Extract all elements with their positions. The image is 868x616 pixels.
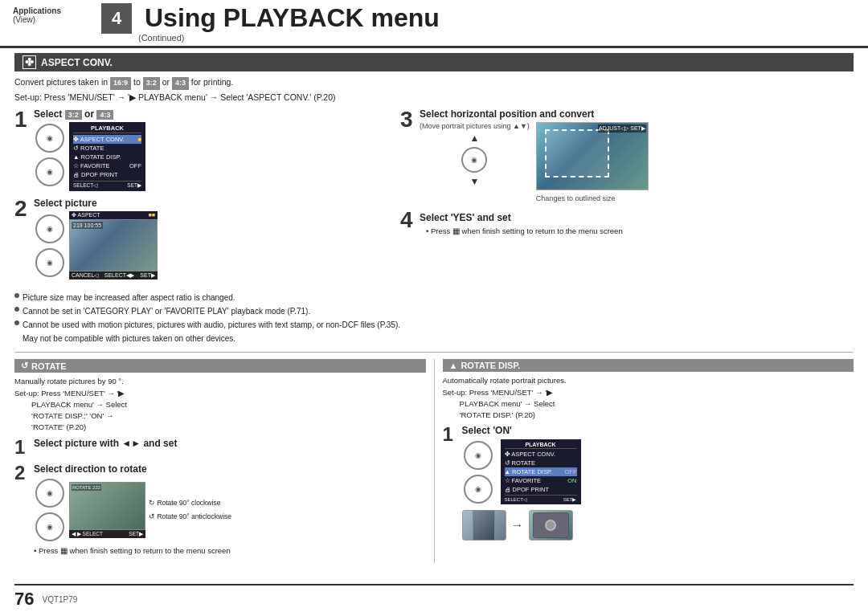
arrow-right-icon: → xyxy=(511,518,524,532)
steps-area: 1 Select 3:2 or 4:3 ◉ ◉ PLAYBACK xyxy=(14,108,854,286)
aspect-intro2: Set-up: Press 'MENU/SET' → '▶ PLAYBACK m… xyxy=(14,92,854,104)
step4-content: Select 'YES' and set • Press ▦ when fini… xyxy=(420,212,854,237)
dial-bottom-1: ◉ xyxy=(35,157,64,186)
menu-favorite: ☆ FAVORITEOFF xyxy=(73,161,141,170)
rotate-sections: ↺ ROTATE Manually rotate pictures by 90 … xyxy=(14,359,854,563)
rotate-dials: ◉ ◉ xyxy=(34,477,66,543)
bullet-icon-3 xyxy=(14,320,19,325)
dial-disp-bottom: ◉ xyxy=(464,475,493,504)
rotate-header: ↺ ROTATE xyxy=(14,359,426,373)
step2-title: Select picture xyxy=(34,198,392,209)
step3-photo-container: ADJUST◁▷ SET▶ xyxy=(536,122,649,190)
rotate-disp-title: ROTATE DISP. xyxy=(461,361,520,370)
header-left: Applications (View) xyxy=(0,3,96,46)
view-label: (View) xyxy=(13,15,35,24)
bullet-icon xyxy=(14,293,19,298)
step3-row: 3 Select horizontal position and convert… xyxy=(400,108,854,202)
rotate-disp-step1-number: 1 xyxy=(443,425,457,444)
rotate-title: ROTATE xyxy=(31,361,67,371)
disp-menu-favorite: ☆ FAVORITEON xyxy=(505,476,577,485)
page-title: Using PLAYBACK menu xyxy=(137,3,448,33)
rotate-photo: ROTATE 222 xyxy=(69,482,145,530)
rotate-step1-number: 1 xyxy=(14,438,29,457)
note-4-text: May not be compatible with pictures take… xyxy=(23,334,235,343)
rotate-screen-bottom: ◀ ▶ SELECTSET▶ xyxy=(69,530,145,538)
right-steps: 3 Select horizontal position and convert… xyxy=(400,108,854,286)
step2-screen-top: ✤ ASPECT■■ xyxy=(69,211,158,219)
notes-area: Picture size may be increased after aspe… xyxy=(14,291,854,345)
rotate-disp-intro: Automatically rotate portrait pictures. xyxy=(443,375,854,386)
note-3: Cannot be used with motion pictures, pic… xyxy=(14,318,854,332)
left-steps: 1 Select 3:2 or 4:3 ◉ ◉ PLAYBACK xyxy=(14,108,392,286)
rotate-intro: Manually rotate pictures by 90 °. xyxy=(14,376,426,387)
camera-body xyxy=(533,512,569,538)
arrow-down-icon: ▼ xyxy=(469,176,479,187)
menu-playback-label: PLAYBACK xyxy=(73,124,141,133)
step3-content: Select horizontal position and convert (… xyxy=(420,108,854,202)
step4-number: 4 xyxy=(400,209,415,231)
rotate-disp-step1-title: Select 'ON' xyxy=(462,425,854,436)
dial-disp-top: ◉ xyxy=(464,441,493,470)
disp-menu-rotate-disp: ▲ ROTATE DISP.OFF xyxy=(505,467,577,476)
step2-visuals: ◉ ◉ ✤ ASPECT■■ 219 100:55 xyxy=(34,211,392,279)
menu-rotate: ↺ ROTATE xyxy=(73,144,141,153)
step1-dials: ◉ ◉ xyxy=(34,122,66,188)
step4-title: Select 'YES' and set xyxy=(420,212,854,223)
note-3-text: Cannot be used with motion pictures, pic… xyxy=(23,318,400,332)
note-1: Picture size may be increased after aspe… xyxy=(14,291,854,304)
step2-dials: ◉ ◉ xyxy=(34,213,66,279)
disp-menu-dpof: 🖨 DPOF PRINT xyxy=(505,485,577,494)
rotate-step1-content: Select picture with ◄► and set xyxy=(34,438,426,451)
rotate-disp-camera-row: → xyxy=(462,510,854,541)
step3-controls: ▲ ◉ ▼ xyxy=(420,133,530,187)
step1-visuals: ◉ ◉ PLAYBACK ✤ ASPECT CONV.■ ↺ ROTATE xyxy=(34,122,392,191)
menu-footer: SELECT◁SET▶ xyxy=(73,181,141,189)
camera-lens xyxy=(545,520,556,531)
step3-note: (Move portrait pictures using ▲▼) xyxy=(420,122,530,130)
rotate-cw-icon: ↻ Rotate 90° clockwise xyxy=(149,496,231,510)
step1-number: 1 xyxy=(14,108,29,131)
rotate-disp-step1-content: Select 'ON' ◉ ◉ PLAYBACK ✤ ASPECT CONV. … xyxy=(462,425,854,541)
note-2-text: Cannot be set in 'CATEGORY PLAY' or 'FAV… xyxy=(23,304,310,318)
disp-menu-footer: SELECT◁SET▶ xyxy=(505,495,577,502)
camera-icon-area xyxy=(529,510,573,541)
dial-top-1: ◉ xyxy=(35,124,64,153)
bullet-icon-2 xyxy=(14,307,19,312)
step1-content: Select 3:2 or 4:3 ◉ ◉ PLAYBACK ✤ ASPECT … xyxy=(34,108,392,191)
footer-code: VQT1P79 xyxy=(42,595,77,604)
step2-content: Select picture ◉ ◉ ✤ ASPECT■■ xyxy=(34,198,392,279)
rotate-icon: ↺ xyxy=(21,361,28,371)
rotate-step1-row: 1 Select picture with ◄► and set xyxy=(14,438,426,457)
rotate-step2-row: 2 Select direction to rotate ◉ ◉ ROTATE … xyxy=(14,463,426,557)
rotate-disp-setup: Set-up: Press 'MENU/SET' → '▶ PLAYBACK m… xyxy=(443,387,854,422)
step4-note: • Press ▦ when finish setting to return … xyxy=(426,226,854,237)
rotate-ccw-icon: ↺ Rotate 90° anticlockwise xyxy=(149,510,231,524)
aspect-conv-header: ✤ ASPECT CONV. xyxy=(14,53,854,71)
note-4: May not be compatible with pictures take… xyxy=(23,332,854,345)
rotate-options: ↻ Rotate 90° clockwise ↺ Rotate 90° anti… xyxy=(149,496,231,524)
header-badge-sub: (View) xyxy=(13,15,92,24)
chapter-number: 4 xyxy=(101,3,132,34)
disp-menu-title: PLAYBACK xyxy=(505,442,577,449)
page-subtitle: (Continued) xyxy=(137,33,448,43)
header-badge: Applications xyxy=(13,6,92,15)
step1-screen: PLAYBACK ✤ ASPECT CONV.■ ↺ ROTATE ▲ ROTA… xyxy=(69,122,145,191)
rotate-disp-visuals: ◉ ◉ PLAYBACK ✤ ASPECT CONV. ↺ ROTATE ▲ R… xyxy=(462,439,854,505)
menu-aspect: ✤ ASPECT CONV.■ xyxy=(73,135,141,144)
page-header: Applications (View) 4 Using PLAYBACK men… xyxy=(0,0,868,48)
step2-number: 2 xyxy=(14,198,29,220)
step2-screen-bottom: CANCEL◁SELECT◀▶SET▶ xyxy=(69,271,158,279)
rotate-disp-screen: PLAYBACK ✤ ASPECT CONV. ↺ ROTATE ▲ ROTAT… xyxy=(501,439,581,504)
step3-title: Select horizontal position and convert xyxy=(420,108,854,120)
rotate-step2-number: 2 xyxy=(14,463,29,483)
dial-top-2: ◉ xyxy=(35,214,64,243)
step3-area: (Move portrait pictures using ▲▼) ▲ ◉ ▼ xyxy=(420,122,854,202)
note-1-text: Picture size may be increased after aspe… xyxy=(23,291,235,304)
rotate-step2-title: Select direction to rotate xyxy=(34,463,426,475)
rotate-right: ▲ ROTATE DISP. Automatically rotate port… xyxy=(435,359,854,563)
menu-dpof: 🖨 DPOF PRINT xyxy=(73,170,141,179)
step3-number: 3 xyxy=(400,108,415,131)
rotate-disp-header: ▲ ROTATE DISP. xyxy=(443,359,854,372)
note-2: Cannot be set in 'CATEGORY PLAY' or 'FAV… xyxy=(14,304,854,318)
changes-text: Changes to outlined size xyxy=(536,194,649,202)
